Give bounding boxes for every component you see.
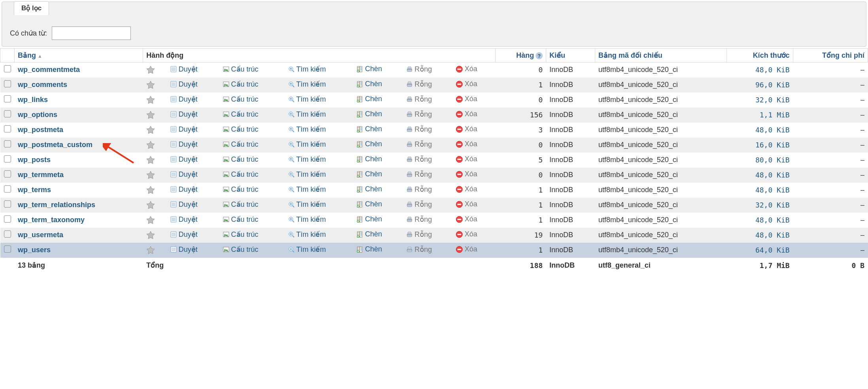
browse-action[interactable]: Duyệt [170,200,198,209]
structure-action[interactable]: Cấu trúc [223,215,259,224]
table-name-link[interactable]: wp_term_relationships [18,201,95,209]
size-value[interactable]: 32,0 KiB [726,93,793,108]
row-checkbox[interactable] [4,125,11,132]
drop-action[interactable]: Xóa [456,170,477,178]
empty-action[interactable]: Rỗng [406,125,432,134]
search-action[interactable]: Tìm kiếm [288,110,326,119]
size-value[interactable]: 48,0 KiB [726,213,793,228]
drop-action[interactable]: Xóa [456,200,477,208]
row-checkbox[interactable] [4,185,11,193]
empty-action[interactable]: Rỗng [406,140,432,149]
row-checkbox[interactable] [4,200,11,208]
empty-action[interactable]: Rỗng [406,185,432,194]
col-table-header[interactable]: Bảng▲ [15,49,143,62]
favorite-star-icon[interactable] [146,155,155,163]
row-checkbox[interactable] [4,215,11,223]
empty-action[interactable]: Rỗng [406,80,432,89]
browse-action[interactable]: Duyệt [170,125,198,134]
drop-action[interactable]: Xóa [456,65,477,73]
insert-action[interactable]: Chèn [356,140,382,148]
browse-action[interactable]: Duyệt [170,65,198,74]
table-name-link[interactable]: wp_postmeta_custom [18,141,92,149]
col-collation-header[interactable]: Bảng mã đối chiếu [595,49,726,62]
favorite-star-icon[interactable] [146,200,155,208]
table-name-link[interactable]: wp_termmeta [18,171,64,179]
row-checkbox[interactable] [4,80,11,87]
favorite-star-icon[interactable] [146,185,155,193]
structure-action[interactable]: Cấu trúc [223,185,259,194]
favorite-star-icon[interactable] [146,125,155,133]
empty-action[interactable]: Rỗng [406,215,432,224]
favorite-star-icon[interactable] [146,140,155,148]
favorite-star-icon[interactable] [146,170,155,178]
search-action[interactable]: Tìm kiếm [288,245,326,254]
size-value[interactable]: 48,0 KiB [726,183,793,198]
table-name-link[interactable]: wp_term_taxonomy [18,216,85,224]
drop-action[interactable]: Xóa [456,110,477,118]
insert-action[interactable]: Chèn [356,230,382,238]
drop-action[interactable]: Xóa [456,95,477,103]
empty-action[interactable]: Rỗng [406,200,432,209]
browse-action[interactable]: Duyệt [170,95,198,104]
structure-action[interactable]: Cấu trúc [223,140,259,149]
table-name-link[interactable]: wp_posts [18,156,51,164]
col-size-header[interactable]: Kích thước [726,49,793,62]
size-value[interactable]: 48,0 KiB [726,123,793,138]
insert-action[interactable]: Chèn [356,200,382,208]
search-action[interactable]: Tìm kiếm [288,230,326,239]
browse-action[interactable]: Duyệt [170,230,198,239]
search-action[interactable]: Tìm kiếm [288,80,326,89]
favorite-star-icon[interactable] [146,95,155,103]
drop-action[interactable]: Xóa [456,215,477,223]
row-checkbox[interactable] [4,65,11,72]
insert-action[interactable]: Chèn [356,80,382,88]
favorite-star-icon[interactable] [146,65,155,73]
favorite-star-icon[interactable] [146,215,155,223]
table-name-link[interactable]: wp_users [18,246,51,254]
insert-action[interactable]: Chèn [356,110,382,118]
browse-action[interactable]: Duyệt [170,80,198,89]
row-checkbox[interactable] [4,230,11,238]
insert-action[interactable]: Chèn [356,155,382,163]
col-rows-header[interactable]: Hàng? [495,49,546,62]
structure-action[interactable]: Cấu trúc [223,200,259,209]
table-name-link[interactable]: wp_terms [18,186,51,194]
structure-action[interactable]: Cấu trúc [223,125,259,134]
table-name-link[interactable]: wp_comments [18,81,67,89]
insert-action[interactable]: Chèn [356,95,382,103]
structure-action[interactable]: Cấu trúc [223,155,259,164]
structure-action[interactable]: Cấu trúc [223,80,259,89]
favorite-star-icon[interactable] [146,80,155,88]
insert-action[interactable]: Chèn [356,125,382,133]
search-action[interactable]: Tìm kiếm [288,65,326,74]
favorite-star-icon[interactable] [146,110,155,118]
browse-action[interactable]: Duyệt [170,110,198,119]
row-checkbox[interactable] [4,170,11,178]
filter-input[interactable] [52,26,131,40]
size-value[interactable]: 32,0 KiB [726,198,793,213]
search-action[interactable]: Tìm kiếm [288,125,326,134]
table-name-link[interactable]: wp_options [18,111,57,119]
browse-action[interactable]: Duyệt [170,140,198,149]
search-action[interactable]: Tìm kiếm [288,170,326,179]
help-icon[interactable]: ? [536,52,543,59]
filter-tab[interactable]: Bộ lọc [14,1,49,15]
browse-action[interactable]: Duyệt [170,245,198,254]
table-name-link[interactable]: wp_postmeta [18,126,63,134]
row-checkbox[interactable] [4,95,11,102]
col-type-header[interactable]: Kiểu [546,49,595,62]
size-value[interactable]: 48,0 KiB [726,168,793,183]
search-action[interactable]: Tìm kiếm [288,140,326,149]
structure-action[interactable]: Cấu trúc [223,65,259,74]
drop-action[interactable]: Xóa [456,185,477,193]
search-action[interactable]: Tìm kiếm [288,185,326,194]
structure-action[interactable]: Cấu trúc [223,230,259,239]
table-name-link[interactable]: wp_usermeta [18,231,63,239]
search-action[interactable]: Tìm kiếm [288,95,326,104]
search-action[interactable]: Tìm kiếm [288,155,326,164]
col-overhead-header[interactable]: Tổng chi phí [793,49,868,62]
browse-action[interactable]: Duyệt [170,155,198,164]
drop-action[interactable]: Xóa [456,230,477,238]
size-value[interactable]: 16,0 KiB [726,138,793,153]
row-checkbox[interactable] [4,245,11,253]
